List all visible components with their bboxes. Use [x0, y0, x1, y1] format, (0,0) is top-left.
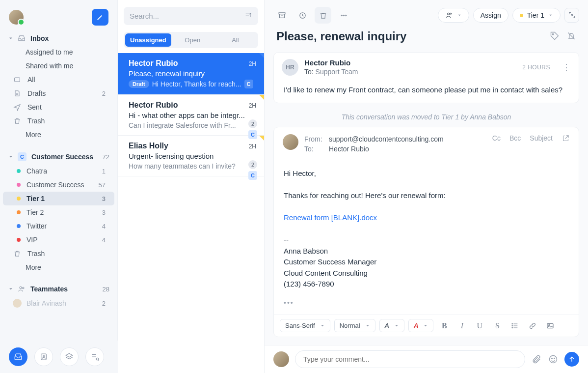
section-teammates-label: Teammates [30, 285, 68, 293]
tag-badge: C [248, 171, 257, 180]
comment-avatar [273, 351, 289, 367]
sidebar-item-drafts[interactable]: Drafts 2 [3, 86, 114, 100]
message-body: I'd like to renew my Front contract, can… [274, 82, 579, 103]
section-cs-label: Customer Success [31, 153, 93, 161]
nav-analytics-button[interactable] [85, 347, 104, 366]
snooze-button[interactable] [294, 7, 311, 24]
conversation-tabs: Unassigned Open All [124, 32, 258, 48]
composer-body[interactable]: Hi Hector, Thanks for reaching out! Here… [274, 159, 579, 299]
count-badge: 2 [248, 160, 257, 169]
archive-button[interactable] [273, 7, 290, 24]
recipient-line: To: Support Team [304, 68, 358, 76]
svg-point-14 [552, 33, 554, 35]
compose-button[interactable] [92, 9, 108, 26]
search-box[interactable] [124, 7, 258, 25]
sidebar-item-tier1[interactable]: Tier 13 [3, 192, 114, 205]
sidebar-item-twitter[interactable]: Twitter4 [3, 219, 114, 233]
conversation-item[interactable]: Hector Rubio2H Please, renewal inquiry D… [118, 53, 264, 95]
conversation-item[interactable]: Hector Rubio2H Hi - what other apps can … [118, 95, 264, 136]
font-family-select[interactable]: Sans-Serif [280, 319, 330, 332]
quoted-toggle[interactable]: ••• [274, 299, 579, 315]
sidebar-item-chatra[interactable]: Chatra1 [3, 164, 114, 178]
conversation-list: Unassigned Open All Hector Rubio2H Pleas… [118, 0, 264, 373]
cc-button[interactable]: Cc [492, 134, 501, 142]
sidebar-item-all[interactable]: All [3, 73, 114, 86]
highlight-select[interactable]: A [408, 319, 433, 332]
drafts-icon [13, 89, 22, 97]
search-input[interactable] [130, 12, 241, 20]
sidebar-item-trash[interactable]: Trash [3, 114, 114, 128]
message-more-icon[interactable]: ⋮ [562, 62, 571, 73]
sidebar-item-cs-trash[interactable]: Trash [3, 247, 114, 260]
bcc-button[interactable]: Bcc [509, 134, 521, 142]
tab-unassigned[interactable]: Unassigned [125, 33, 171, 47]
more-button[interactable] [335, 7, 352, 24]
sidebar-item-cs[interactable]: Customer Success57 [3, 178, 114, 192]
emoji-icon[interactable] [548, 354, 559, 365]
trash-button[interactable] [315, 7, 331, 24]
tag-badge: C [244, 80, 253, 88]
svg-point-4 [43, 355, 45, 357]
bold-button[interactable]: B [437, 319, 451, 333]
section-teammates[interactable]: Teammates 28 [0, 281, 117, 296]
tier-button[interactable]: Tier 1 [512, 8, 561, 23]
svg-point-11 [447, 13, 449, 15]
font-size-select[interactable]: Normal [334, 319, 375, 332]
italic-button[interactable]: I [455, 319, 469, 333]
sort-icon[interactable] [244, 11, 252, 21]
list-button[interactable] [508, 319, 522, 333]
svg-point-1 [20, 287, 22, 288]
trash-icon [13, 117, 22, 125]
all-icon [13, 76, 22, 84]
subject-button[interactable]: Subject [530, 134, 553, 142]
svg-point-9 [343, 15, 344, 16]
composer-avatar [283, 134, 298, 150]
tab-open[interactable]: Open [171, 33, 214, 47]
sidebar-item-vip[interactable]: VIP4 [3, 233, 114, 247]
svg-rect-18 [547, 323, 553, 328]
sidebar-item-shared[interactable]: Shared with me [3, 59, 114, 73]
assign-button[interactable]: Assign [473, 8, 508, 23]
nav-layers-button[interactable] [60, 347, 79, 366]
assignee-button[interactable] [438, 8, 469, 23]
section-customer-success[interactable]: C Customer Success 72 [0, 148, 117, 164]
send-comment-button[interactable] [564, 352, 579, 367]
sidebar-item-assigned[interactable]: Assigned to me [3, 45, 114, 59]
sidebar-item-tier2[interactable]: Tier 23 [3, 205, 114, 219]
expand-button[interactable] [564, 8, 579, 23]
svg-point-10 [345, 15, 346, 16]
comment-bar [265, 345, 588, 373]
svg-rect-6 [279, 12, 285, 14]
sidebar-item-blair[interactable]: Blair Avinash 2 [3, 296, 114, 311]
sent-icon [13, 103, 22, 111]
tag-icon[interactable] [550, 31, 560, 42]
nav-contacts-button[interactable] [34, 347, 53, 366]
format-toolbar: Sans-Serif Normal A A B I U S [274, 315, 579, 337]
text-color-select[interactable]: A [379, 319, 404, 332]
attachment-link[interactable]: Renewal form [BLANK].docx [284, 213, 377, 222]
svg-point-22 [554, 358, 555, 359]
sidebar-item-cs-more[interactable]: More [3, 260, 114, 274]
popout-icon[interactable] [561, 134, 570, 144]
teammates-icon [18, 285, 26, 293]
section-inbox-label: Inbox [30, 34, 49, 42]
svg-point-16 [512, 325, 512, 326]
svg-point-12 [450, 13, 452, 14]
svg-rect-0 [15, 78, 20, 82]
conversation-item[interactable]: Elias Holly2H Urgent- licensing question… [118, 136, 264, 176]
comment-input[interactable] [295, 350, 525, 368]
nav-inbox-button[interactable] [9, 347, 27, 366]
svg-point-8 [341, 15, 342, 16]
sidebar-item-more[interactable]: More [3, 128, 114, 142]
link-button[interactable] [526, 319, 539, 333]
section-inbox[interactable]: Inbox [0, 30, 117, 45]
user-avatar[interactable] [9, 10, 24, 25]
image-button[interactable] [543, 319, 557, 333]
sidebar-item-sent[interactable]: Sent [3, 100, 114, 114]
inbox-icon [18, 34, 26, 42]
tab-all[interactable]: All [214, 33, 257, 47]
attach-icon[interactable] [531, 354, 542, 365]
bell-off-icon[interactable] [566, 31, 576, 42]
underline-button[interactable]: U [473, 319, 486, 333]
strike-button[interactable]: S [490, 319, 504, 333]
